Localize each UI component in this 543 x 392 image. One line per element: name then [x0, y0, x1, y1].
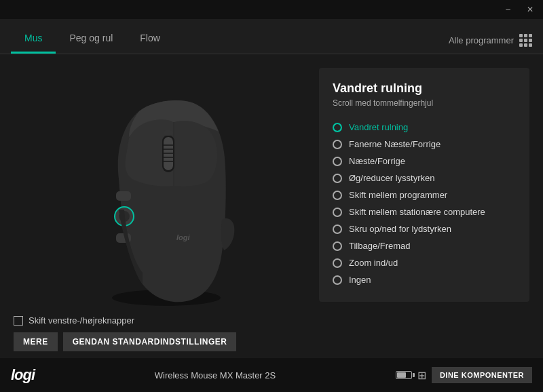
components-button[interactable]: DINE KOMPONENTER [432, 367, 532, 383]
option-label: Skift mellem programmer [349, 190, 447, 200]
swap-buttons-label: Skift venstre-/højreknapper [29, 315, 134, 326]
option-label: Zoom ind/ud [349, 258, 398, 268]
gendan-button[interactable]: GENDAN STANDARDINDSTILLINGER [63, 332, 237, 351]
radio-fanerne [333, 140, 342, 149]
signal-icon: ⊞ [417, 369, 426, 382]
footer-right-area: ⊞ DINE KOMPONENTER [396, 367, 532, 383]
close-button[interactable]: ✕ [523, 3, 538, 16]
logi-logo: logi [11, 366, 35, 384]
radio-ingen [333, 275, 342, 285]
mouse-illustration-area: logi [14, 61, 319, 351]
alle-programmer-label: Alle programmer [449, 35, 514, 45]
option-list: Vandret rulning Fanerne Næste/Forrige Næ… [333, 119, 516, 288]
panel-title: Vandret rulning [333, 81, 516, 96]
option-vandret-rulning[interactable]: Vandret rulning [333, 119, 516, 136]
option-label: Øg/reducer lysstyrken [349, 173, 434, 183]
radio-lydstyrken [333, 224, 342, 234]
footer-device-name: Wireless Mouse MX Master 2S [35, 370, 396, 380]
option-zoom[interactable]: Zoom ind/ud [333, 254, 516, 271]
radio-tilbage-fremad [333, 241, 342, 251]
option-lysstyrken[interactable]: Øg/reducer lysstyrken [333, 170, 516, 187]
logi-logo-area: logi [11, 366, 35, 384]
radio-lysstyrken [333, 174, 342, 183]
svg-rect-8 [164, 130, 172, 136]
radio-skift-programmer [333, 191, 342, 200]
svg-text:logi: logi [176, 233, 190, 241]
mouse-container: logi [14, 61, 319, 351]
option-naeste-forrige[interactable]: Næste/Forrige [333, 153, 516, 170]
tab-mus[interactable]: Mus [11, 24, 56, 54]
mouse-svg: logi [78, 98, 255, 315]
option-label: Skru op/ned for lydstyrken [349, 224, 451, 234]
option-label: Fanerne Næste/Forrige [349, 139, 441, 149]
panel-subtitle: Scroll med tommelfingerhjul [333, 98, 516, 108]
option-lydstyrken[interactable]: Skru op/ned for lydstyrken [333, 220, 516, 237]
option-tilbage-fremad[interactable]: Tilbage/Fremad [333, 237, 516, 254]
svg-rect-11 [116, 191, 131, 201]
grid-icon [519, 34, 532, 47]
mere-button[interactable]: MERE [14, 332, 58, 351]
option-label: Tilbage/Fremad [349, 241, 411, 251]
options-panel: Vandret rulning Scroll med tommelfingerh… [319, 68, 529, 302]
titlebar: – ✕ [0, 0, 543, 19]
radio-vandret-rulning [333, 123, 342, 132]
option-label: Vandret rulning [349, 122, 408, 132]
option-stationaere[interactable]: Skift mellem stationære computere [333, 203, 516, 220]
radio-naeste-forrige [333, 157, 342, 166]
radio-stationaere [333, 208, 342, 217]
nav-bar: Mus Peg og rul Flow Alle programmer [0, 19, 543, 54]
battery-fill [397, 372, 406, 378]
option-label: Ingen [349, 275, 371, 285]
tab-flow[interactable]: Flow [126, 24, 174, 54]
battery-icon [396, 371, 412, 379]
bottom-bar: Skift venstre-/højreknapper [0, 310, 543, 331]
tab-peg-og-rul[interactable]: Peg og rul [56, 24, 126, 54]
option-label: Skift mellem stationære computere [349, 207, 485, 217]
option-fanerne[interactable]: Fanerne Næste/Forrige [333, 136, 516, 153]
swap-buttons-checkbox[interactable] [14, 316, 23, 326]
alle-programmer-button[interactable]: Alle programmer [449, 34, 532, 54]
footer: logi Wireless Mouse MX Master 2S ⊞ DINE … [0, 358, 543, 392]
option-skift-programmer[interactable]: Skift mellem programmer [333, 187, 516, 203]
radio-zoom [333, 258, 342, 268]
minimize-button[interactable]: – [502, 3, 514, 16]
option-ingen[interactable]: Ingen [333, 271, 516, 288]
button-row: MERE GENDAN STANDARDINDSTILLINGER [14, 332, 236, 351]
option-label: Næste/Forrige [349, 156, 405, 166]
swap-buttons-checkbox-label[interactable]: Skift venstre-/højreknapper [14, 315, 134, 326]
